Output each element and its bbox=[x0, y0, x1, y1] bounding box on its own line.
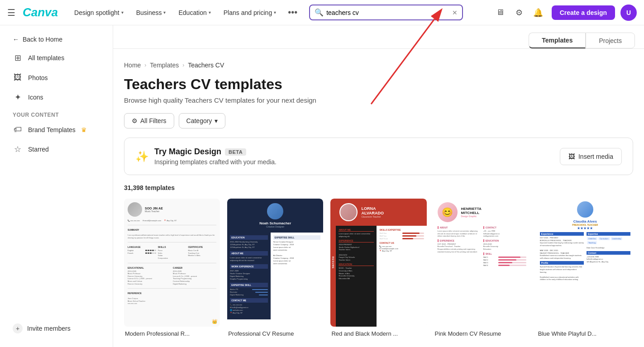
tab-projects[interactable]: Projects bbox=[586, 33, 635, 48]
notifications-icon[interactable]: 🔔 bbox=[530, 5, 546, 21]
settings-icon[interactable]: ⚙ bbox=[511, 5, 527, 21]
template-name-3: Red and Black Modern ... bbox=[330, 330, 426, 337]
page-title: Teachers CV templates bbox=[124, 76, 633, 93]
sidebar-item-all-templates[interactable]: ⊞ All templates bbox=[4, 48, 109, 67]
sidebar-item-photos[interactable]: 🖼 Photos bbox=[4, 68, 109, 87]
template-name-5: Blue White Playful D... bbox=[537, 330, 633, 337]
search-input[interactable] bbox=[326, 9, 450, 16]
all-filters-button[interactable]: ⚙ All Filters bbox=[124, 113, 174, 128]
back-to-home-label: Back to Home bbox=[23, 36, 62, 43]
sidebar-item-icons[interactable]: ✦ Icons bbox=[4, 88, 109, 107]
back-to-home-button[interactable]: ← Back to Home bbox=[4, 31, 109, 48]
user-avatar[interactable]: U bbox=[620, 5, 637, 21]
create-design-button[interactable]: Create a design bbox=[552, 5, 615, 20]
nav-more-button[interactable]: ••• bbox=[284, 5, 301, 20]
sidebar-all-templates-label: All templates bbox=[28, 54, 64, 62]
top-navigation: ☰ Canva Design spotlight ▾ Business ▾ Ed… bbox=[0, 0, 644, 25]
nav-icon-group: 🖥 ⚙ 🔔 Create a design U bbox=[492, 5, 637, 21]
magic-design-title: Try Magic Design bbox=[154, 147, 221, 157]
beta-badge: BETA bbox=[225, 148, 246, 156]
app-layout: ← Back to Home ⊞ All templates 🖼 Photos … bbox=[0, 25, 644, 347]
category-filter-button[interactable]: Category ▾ bbox=[179, 113, 226, 128]
template-card-1[interactable]: SOO JIN AE Music Teacher 📞 xxx-xxx-xxx✉ … bbox=[124, 199, 220, 337]
sidebar-brand-templates-label: Brand Templates bbox=[28, 126, 76, 133]
desktop-icon[interactable]: 🖥 bbox=[492, 5, 508, 21]
nav-education[interactable]: Education ▾ bbox=[174, 6, 215, 19]
photos-icon: 🖼 bbox=[13, 73, 23, 82]
filter-row: ⚙ All Filters Category ▾ bbox=[124, 113, 633, 128]
main-content: Templates Projects Home › Templates › Te… bbox=[113, 25, 644, 347]
sidebar-item-starred[interactable]: ☆ Starred bbox=[4, 140, 109, 159]
search-box: 🔍 ✕ bbox=[309, 5, 463, 20]
template-count: 31,398 templates bbox=[124, 184, 633, 191]
breadcrumb-current: Teachers CV bbox=[188, 62, 224, 69]
template-name-2: Professional CV Resume bbox=[227, 330, 323, 337]
template-thumb-1: SOO JIN AE Music Teacher 📞 xxx-xxx-xxx✉ … bbox=[124, 199, 220, 327]
invite-plus-icon: + bbox=[13, 323, 23, 333]
page-subtitle: Browse high quality Teachers CV template… bbox=[124, 96, 633, 104]
back-arrow-icon: ← bbox=[13, 36, 19, 43]
template-thumb-4: 😊 HENRIETTAMITCHELL Design Graphic ABOUT bbox=[434, 199, 530, 327]
search-icon[interactable]: 🔍 bbox=[315, 8, 324, 17]
brand-templates-icon: 🏷 bbox=[13, 125, 23, 134]
magic-design-text: Try Magic Design BETA Inspiring template… bbox=[154, 147, 277, 166]
tab-row: Templates Projects bbox=[113, 25, 644, 49]
breadcrumb-sep-1: › bbox=[144, 62, 146, 68]
chevron-down-icon: ▾ bbox=[274, 10, 276, 15]
nav-design-spotlight-label: Design spotlight bbox=[74, 9, 119, 16]
nav-business-label: Business bbox=[136, 9, 162, 16]
sidebar: ← Back to Home ⊞ All templates 🖼 Photos … bbox=[0, 25, 113, 347]
your-content-label: Your Content bbox=[0, 107, 113, 120]
all-filters-label: All Filters bbox=[140, 117, 167, 124]
chevron-down-icon: ▾ bbox=[121, 10, 124, 15]
nav-plans-pricing[interactable]: Plans and pricing ▾ bbox=[219, 6, 281, 19]
icons-icon: ✦ bbox=[13, 92, 23, 102]
nav-plans-pricing-label: Plans and pricing bbox=[224, 9, 272, 16]
template-grid: SOO JIN AE Music Teacher 📞 xxx-xxx-xxx✉ … bbox=[124, 199, 633, 337]
star-icon: ☆ bbox=[13, 144, 23, 154]
breadcrumb-templates[interactable]: Templates bbox=[150, 62, 179, 69]
magic-design-icon: ✨ bbox=[135, 150, 149, 163]
sidebar-starred-label: Starred bbox=[28, 146, 49, 153]
template-thumb-3: RESUME LORNAALVARADO Classroom Teacher bbox=[330, 199, 426, 327]
search-clear-button[interactable]: ✕ bbox=[452, 9, 458, 16]
template-card-5[interactable]: Claudia Alves PRESCHOOL TEACHER ★★★★★ Ex… bbox=[537, 199, 633, 337]
invite-members-button[interactable]: + Invite members bbox=[4, 319, 109, 338]
sidebar-photos-label: Photos bbox=[28, 74, 48, 81]
nav-business[interactable]: Business ▾ bbox=[132, 6, 171, 19]
template-name-1: Modern Professional R... bbox=[124, 330, 220, 337]
nav-design-spotlight[interactable]: Design spotlight ▾ bbox=[70, 6, 128, 19]
insert-media-button[interactable]: 🖼 Insert media bbox=[560, 148, 622, 165]
breadcrumb: Home › Templates › Teachers CV bbox=[124, 62, 633, 69]
breadcrumb-sep-2: › bbox=[182, 62, 184, 68]
invite-members-label: Invite members bbox=[27, 325, 71, 332]
hamburger-menu[interactable]: ☰ bbox=[7, 7, 15, 18]
crown-icon: ♛ bbox=[81, 126, 87, 133]
filter-icon: ⚙ bbox=[132, 117, 138, 124]
tab-templates[interactable]: Templates bbox=[529, 33, 586, 48]
canva-logo[interactable]: Canva bbox=[23, 5, 58, 19]
magic-design-banner: ✨ Try Magic Design BETA Inspiring templa… bbox=[124, 138, 633, 175]
sidebar-bottom: + Invite members bbox=[0, 314, 113, 342]
nav-education-label: Education bbox=[178, 9, 206, 16]
template-name-4: Pink Modern CV Resume bbox=[434, 330, 530, 337]
sidebar-item-brand-templates[interactable]: 🏷 Brand Templates ♛ bbox=[4, 120, 109, 139]
template-card-2[interactable]: Noah Schumacher Creative Designer EDUCAT… bbox=[227, 199, 323, 337]
magic-design-left: ✨ Try Magic Design BETA Inspiring templa… bbox=[135, 147, 277, 166]
magic-design-subtitle: Inspiring templates crafted with your me… bbox=[154, 158, 277, 166]
content-area: Home › Templates › Teachers CV Teachers … bbox=[113, 49, 644, 347]
all-templates-icon: ⊞ bbox=[13, 53, 23, 63]
insert-media-label: Insert media bbox=[578, 153, 613, 160]
chevron-down-icon: ▾ bbox=[209, 10, 211, 15]
template-card-4[interactable]: 😊 HENRIETTAMITCHELL Design Graphic ABOUT bbox=[434, 199, 530, 337]
sidebar-icons-label: Icons bbox=[28, 94, 43, 101]
template-card-3[interactable]: RESUME LORNAALVARADO Classroom Teacher bbox=[330, 199, 426, 337]
chevron-down-icon: ▾ bbox=[163, 10, 166, 15]
category-chevron-icon: ▾ bbox=[215, 117, 218, 124]
template-thumb-2: Noah Schumacher Creative Designer EDUCAT… bbox=[227, 199, 323, 327]
insert-media-icon: 🖼 bbox=[568, 153, 575, 160]
category-filter-label: Category bbox=[186, 117, 212, 124]
template-thumb-5: Claudia Alves PRESCHOOL TEACHER ★★★★★ Ex… bbox=[537, 199, 633, 327]
breadcrumb-home[interactable]: Home bbox=[124, 62, 141, 69]
